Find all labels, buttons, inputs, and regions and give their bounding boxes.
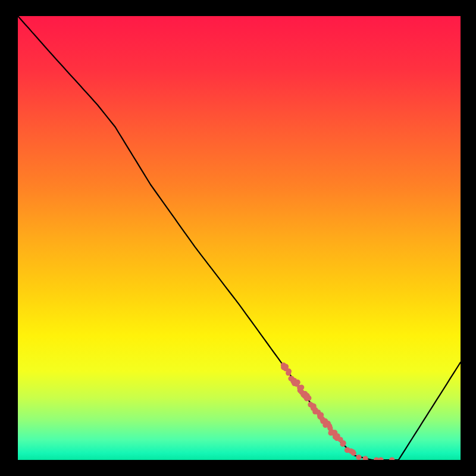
data-marker	[341, 440, 346, 446]
data-marker	[356, 455, 361, 460]
svg-rect-2	[0, 16, 18, 460]
bottleneck-chart	[0, 0, 476, 476]
svg-rect-1	[0, 460, 476, 476]
data-marker	[351, 450, 356, 456]
svg-rect-3	[461, 16, 476, 460]
data-marker	[306, 395, 311, 400]
data-marker	[286, 368, 292, 374]
data-marker	[283, 364, 289, 369]
plot-background	[18, 16, 461, 460]
data-marker	[299, 385, 304, 390]
svg-rect-0	[0, 0, 476, 16]
chart-stage: TheBottleneck.com	[0, 0, 476, 476]
